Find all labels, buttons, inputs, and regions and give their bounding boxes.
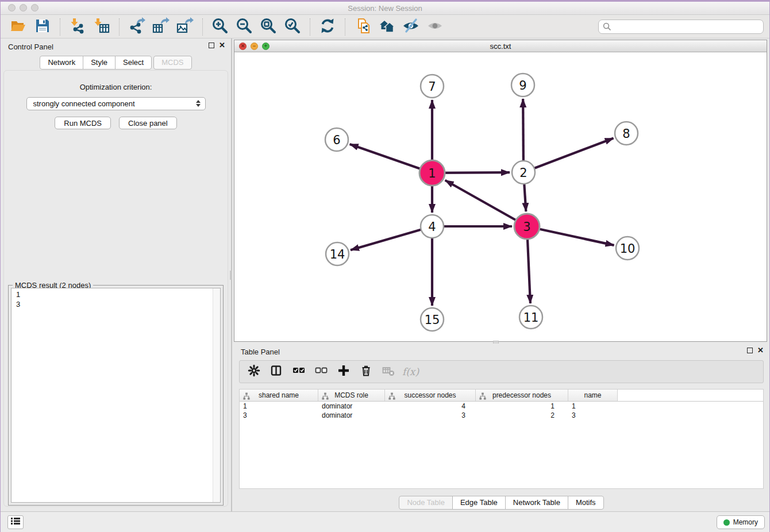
hide-selected-button[interactable]: [399, 17, 423, 37]
function-builder-button[interactable]: f(x): [404, 365, 417, 379]
close-panel-button[interactable]: Close panel: [119, 117, 177, 129]
window-title: Session: New Session: [348, 4, 422, 13]
graph-node-label: 14: [330, 248, 345, 261]
column-header-name[interactable]: name: [568, 390, 618, 401]
columns-icon: [270, 364, 283, 379]
float-table-panel-icon[interactable]: [747, 348, 753, 353]
column-header-successor-nodes[interactable]: successor nodes: [385, 390, 476, 401]
tab-node-table[interactable]: Node Table: [399, 496, 453, 510]
tab-edge-table[interactable]: Edge Table: [452, 496, 506, 510]
optimization-criterion-label: Optimization criterion:: [4, 83, 228, 91]
delete-table-button[interactable]: [382, 365, 395, 379]
cell-mcds-role[interactable]: dominator: [318, 402, 385, 410]
list-icon: [11, 517, 20, 527]
clone-network-button[interactable]: [351, 17, 375, 37]
column-label: shared name: [259, 391, 299, 399]
zoom-fit-button[interactable]: [256, 17, 280, 37]
add-column-button[interactable]: [337, 365, 350, 379]
delete-table-icon: [382, 364, 395, 379]
task-history-button[interactable]: [7, 515, 24, 529]
cell-shared-name[interactable]: 3: [240, 411, 318, 419]
memory-status-icon: [723, 519, 730, 526]
close-window-button[interactable]: [8, 4, 16, 11]
result-scrollbar[interactable]: [213, 288, 220, 502]
table-row[interactable]: 1 dominator 4 1 1: [240, 402, 763, 411]
cell-name[interactable]: 1: [568, 402, 618, 410]
tab-select[interactable]: Select: [115, 56, 152, 70]
cell-shared-name[interactable]: 1: [240, 402, 318, 410]
main-area: Control Panel ✕ Network Style Select MCD…: [1, 38, 769, 513]
run-mcds-button[interactable]: Run MCDS: [55, 117, 111, 129]
graph-node-label: 10: [620, 242, 636, 256]
cell-successor-nodes[interactable]: 4: [385, 402, 476, 410]
home-button[interactable]: [375, 17, 399, 37]
network-maximize-button[interactable]: +: [262, 43, 270, 50]
cell-predecessor-nodes[interactable]: 2: [476, 411, 568, 419]
graph-edge[interactable]: [523, 138, 614, 172]
table-panel-title: Table Panel: [241, 348, 280, 356]
table-settings-button[interactable]: [247, 365, 260, 379]
column-header-mcds-role[interactable]: MCDS role: [318, 390, 385, 401]
deselect-all-button[interactable]: [314, 365, 328, 379]
zoom-in-button[interactable]: [208, 17, 232, 37]
network-canvas[interactable]: 1234678910111415: [234, 53, 767, 341]
refresh-button[interactable]: [315, 17, 340, 37]
column-header-predecessor-nodes[interactable]: predecessor nodes: [476, 390, 568, 401]
criterion-select[interactable]: strongly connected component: [26, 97, 206, 110]
graph-node-label: 11: [523, 311, 539, 325]
vertical-splitter-handle[interactable]: [230, 271, 232, 280]
minimize-window-button[interactable]: [20, 4, 27, 11]
home-icon: [378, 17, 395, 37]
search-input[interactable]: [598, 20, 764, 34]
tab-style[interactable]: Style: [83, 56, 116, 70]
cell-mcds-role[interactable]: dominator: [318, 411, 385, 419]
export-network-button[interactable]: [125, 17, 149, 37]
mcds-result-textarea[interactable]: 1 3: [11, 288, 221, 503]
memory-button[interactable]: Memory: [717, 515, 765, 529]
graph-node-label: 3: [523, 220, 530, 234]
zoom-in-icon: [211, 17, 229, 37]
checked-boxes-icon: [292, 364, 305, 379]
graph-node-label: 15: [425, 313, 440, 327]
network-close-button[interactable]: ✕: [239, 43, 247, 50]
export-table-button[interactable]: [149, 17, 173, 37]
close-panel-icon[interactable]: ✕: [219, 43, 225, 48]
zoom-out-icon: [236, 17, 253, 37]
float-panel-icon[interactable]: [209, 43, 214, 48]
control-panel-title: Control Panel: [8, 43, 53, 51]
import-network-button[interactable]: [66, 17, 90, 37]
import-table-button[interactable]: [90, 17, 114, 37]
network-window-titlebar: ✕ − + scc.txt: [234, 40, 767, 52]
export-image-button[interactable]: [173, 17, 197, 37]
zoom-selected-button[interactable]: [280, 17, 305, 37]
graph-node-label: 2: [519, 166, 527, 180]
tab-motifs[interactable]: Motifs: [568, 496, 604, 510]
show-columns-button[interactable]: [270, 365, 283, 379]
hierarchy-icon: [243, 392, 250, 402]
select-all-button[interactable]: [292, 365, 305, 379]
graph-edge[interactable]: [445, 180, 527, 226]
close-table-panel-icon[interactable]: ✕: [757, 348, 764, 353]
zoom-out-button[interactable]: [232, 17, 256, 37]
graph-edge[interactable]: [351, 226, 432, 250]
show-all-button[interactable]: [423, 17, 447, 37]
table-row[interactable]: 3 dominator 3 2 3: [240, 411, 763, 420]
cell-name[interactable]: 3: [568, 411, 618, 419]
network-graph: 1234678910111415: [234, 53, 768, 342]
save-session-button[interactable]: [30, 17, 55, 37]
open-session-button[interactable]: [6, 17, 30, 37]
column-label: predecessor nodes: [492, 391, 551, 399]
search-container: [598, 20, 764, 34]
table-header-row: shared name MCDS role successor nodes pr…: [240, 390, 763, 402]
zoom-window-button[interactable]: [31, 4, 38, 11]
graph-node-label: 9: [519, 79, 526, 92]
tab-mcds[interactable]: MCDS: [153, 56, 191, 70]
cell-predecessor-nodes[interactable]: 1: [476, 402, 568, 410]
tab-network[interactable]: Network: [40, 56, 83, 70]
delete-column-button[interactable]: [359, 365, 372, 379]
network-minimize-button[interactable]: −: [251, 43, 258, 50]
tab-network-table[interactable]: Network Table: [505, 496, 568, 510]
cell-successor-nodes[interactable]: 3: [385, 411, 476, 419]
column-header-shared-name[interactable]: shared name: [240, 390, 318, 401]
gear-icon: [248, 364, 260, 379]
